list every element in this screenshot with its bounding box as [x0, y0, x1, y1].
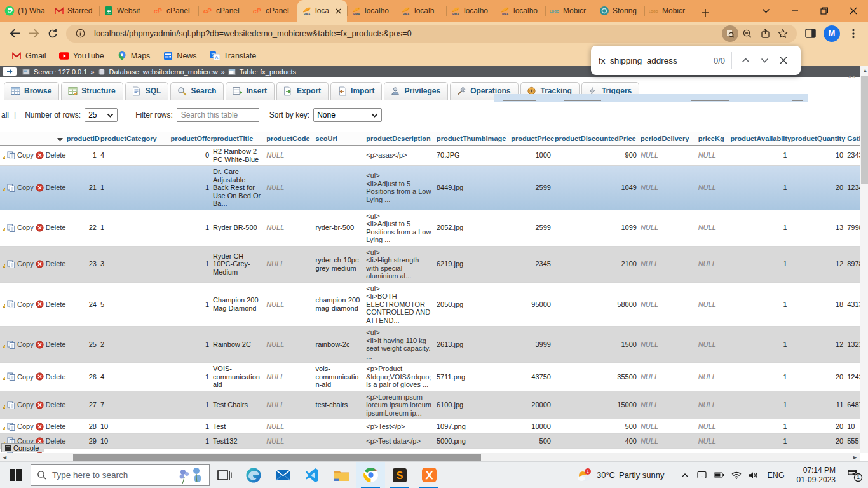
breadcrumb-server[interactable]: Server: 127.0.0.1 [34, 68, 87, 76]
bookmark-star-icon[interactable] [774, 25, 792, 42]
bookmark-news[interactable]: News [158, 48, 201, 64]
delete-row-link[interactable]: Delete [46, 224, 66, 232]
delete-row-link[interactable]: Delete [46, 151, 66, 159]
column-header-productID[interactable]: productID [65, 132, 98, 146]
sort-by-key-select[interactable]: None [313, 108, 382, 122]
tray-wifi-icon[interactable] [731, 471, 742, 479]
column-header-productOffer[interactable]: productOffer [169, 132, 211, 146]
taskbar-mail-icon[interactable] [268, 462, 297, 488]
browser-tab[interactable]: PMAlocalho [446, 0, 496, 22]
pma-tab-structure[interactable]: Structure [61, 82, 123, 100]
taskbar-sublime-icon[interactable]: S [385, 462, 414, 488]
browser-tab[interactable]: PMAlocalho [496, 0, 545, 22]
delete-row-link[interactable]: Delete [46, 373, 66, 381]
filter-rows-input[interactable]: Search this table [177, 108, 259, 122]
vertical-scrollbar[interactable]: ▲ [860, 66, 868, 453]
column-header-productDescription[interactable]: productDescription [364, 132, 435, 146]
find-next-icon[interactable] [755, 51, 774, 70]
column-header-productCategory[interactable]: productCategory [98, 132, 169, 146]
copy-row-link[interactable]: Copy [17, 341, 34, 349]
browser-tab[interactable]: PMAloca [297, 0, 347, 22]
find-previous-icon[interactable] [736, 51, 755, 70]
delete-row-link[interactable]: Delete [46, 437, 66, 445]
browser-tab[interactable]: LOGOMobicr [545, 0, 595, 22]
column-header-periodDelivery[interactable]: periodDelivery [639, 132, 696, 146]
column-header-productTitle[interactable]: productTitle [211, 132, 264, 146]
delete-row-link[interactable]: Delete [46, 341, 66, 349]
bookmark-youtube[interactable]: YouTube [54, 48, 109, 64]
console-tab[interactable]: Console [1, 443, 44, 452]
browser-tab[interactable]: PMAlocalh [397, 0, 446, 22]
show-all-fragment[interactable]: all [1, 111, 9, 119]
pma-tab-privileges[interactable]: Privileges [384, 82, 448, 100]
delete-row-link[interactable]: Delete [46, 260, 66, 268]
tray-tablet-icon[interactable] [696, 471, 708, 479]
tab-search-chevron-icon[interactable] [751, 0, 780, 22]
delete-row-link[interactable]: Delete [46, 184, 66, 192]
pma-tab-export[interactable]: Export [276, 82, 329, 100]
back-to-top-icon[interactable]: ⌃⌃ [847, 75, 855, 82]
column-header-productAvailablity[interactable]: productAvailablity [729, 132, 789, 146]
browser-tab[interactable]: Starred [50, 0, 99, 22]
zoom-icon[interactable] [738, 25, 756, 42]
scroll-up-arrow[interactable]: ▲ [862, 67, 868, 74]
copy-row-link[interactable]: Copy [17, 301, 34, 309]
tray-clock[interactable]: 07:14 PM 01-09-2023 [793, 466, 839, 485]
tray-language[interactable]: ENG [765, 471, 787, 480]
column-header-priceKg[interactable]: priceKg [696, 132, 729, 146]
find-query-input[interactable]: fx_shipping_address [599, 56, 714, 65]
pma-tab-import[interactable]: Import [330, 82, 382, 100]
address-bar[interactable]: localhost/phpmyadmin/sql.php?db=websited… [66, 25, 797, 43]
tab-close-icon[interactable] [334, 6, 342, 15]
pma-tab-browse[interactable]: Browse [4, 82, 59, 100]
pma-tab-search[interactable]: Search [170, 82, 224, 100]
minimize-button[interactable] [780, 0, 810, 22]
find-in-page-icon[interactable] [722, 25, 738, 42]
rows-per-page-select[interactable]: 25 [85, 108, 118, 122]
scroll-right-arrow[interactable]: ► [852, 454, 858, 461]
restore-button[interactable] [810, 0, 839, 22]
copy-row-link[interactable]: Copy [17, 373, 34, 381]
copy-row-link[interactable]: Copy [17, 423, 34, 431]
back-button[interactable] [5, 24, 24, 43]
browser-tab[interactable]: Websit [99, 0, 149, 22]
start-button[interactable] [0, 462, 31, 488]
taskbar-xampp-icon[interactable]: ꓫ [414, 462, 444, 488]
taskbar-task-view-icon[interactable] [210, 462, 239, 488]
bookmark-translate[interactable]: 文ATranslate [205, 48, 262, 64]
browser-tab[interactable]: PMAlocalho [347, 0, 397, 22]
bookmark-maps[interactable]: Maps [112, 48, 156, 64]
breadcrumb-database[interactable]: Database: websitedemo_mobicrew [109, 68, 218, 76]
taskbar-chrome-icon[interactable] [356, 462, 385, 488]
delete-row-link[interactable]: Delete [46, 401, 66, 409]
bookmark-gmail[interactable]: Gmail [6, 48, 51, 64]
copy-row-link[interactable]: Copy [17, 401, 34, 409]
close-button[interactable] [839, 0, 868, 22]
new-tab-button[interactable] [696, 4, 714, 22]
notification-center-icon[interactable]: 1 [845, 468, 864, 482]
pma-tab-insert[interactable]: Insert [226, 82, 275, 100]
breadcrumb-table[interactable]: Table: fx_products [240, 68, 296, 76]
site-info-icon[interactable] [71, 25, 89, 42]
taskbar-search-input[interactable]: Type here to search [31, 464, 210, 486]
browser-tab[interactable]: cPcPanel [248, 0, 297, 22]
pma-tab-sql[interactable]: SQL [125, 82, 169, 100]
browser-tab[interactable]: LOGOMobicr [644, 0, 694, 22]
vertical-scroll-thumb[interactable] [861, 76, 868, 184]
find-bar[interactable]: fx_shipping_address 0/0 [591, 46, 801, 75]
side-panel-icon[interactable] [801, 24, 820, 43]
sort-dropdown-icon[interactable] [57, 135, 63, 143]
taskbar-explorer-icon[interactable] [327, 462, 356, 488]
column-header-productDiscountedPrice[interactable]: productDiscountedPrice [553, 132, 639, 146]
column-header-productThumbImage[interactable]: productThumbImage [435, 132, 509, 146]
tray-battery-icon[interactable] [714, 471, 725, 478]
tray-volume-icon[interactable] [748, 471, 759, 479]
menu-kebab-icon[interactable] [844, 24, 863, 43]
browser-tab[interactable]: cPcPanel [149, 0, 198, 22]
profile-avatar[interactable]: M [824, 25, 840, 42]
delete-row-link[interactable]: Delete [46, 423, 66, 431]
browser-tab[interactable]: (1) Wha [0, 0, 50, 22]
scroll-left-arrow[interactable]: ◄ [2, 454, 8, 461]
browser-tab[interactable]: Storing [595, 0, 644, 22]
horizontal-scrollbar[interactable]: ◄ ► [0, 453, 860, 461]
